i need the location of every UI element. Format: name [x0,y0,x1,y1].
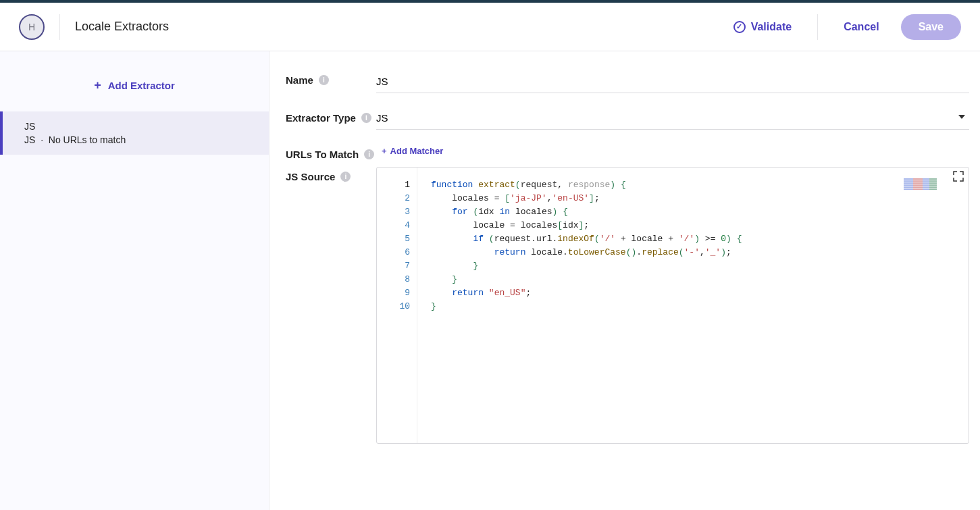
save-button[interactable]: Save [901,14,961,40]
check-circle-icon: ✓ [733,21,746,33]
sidebar: + Add Extractor JS JS · No URLs to match [0,51,269,510]
extractor-item-type: JS [24,134,35,145]
header-separator-2 [817,14,818,40]
name-input[interactable] [376,72,969,93]
form-row-name: Name i [286,72,969,93]
name-label-text: Name [286,74,313,86]
info-icon[interactable]: i [340,172,351,182]
js-source-label-text: JS Source [286,170,335,184]
name-label: Name i [286,72,376,86]
line-number: 2 [377,192,410,205]
page-title: Locale Extractors [75,20,724,34]
extractor-item-name: JS [24,121,255,132]
header-separator [59,14,60,40]
form-row-urls-to-match: URLs To Match i + Add Matcher [286,145,969,161]
urls-to-match-label-text: URLs To Match [286,147,359,161]
body: + Add Extractor JS JS · No URLs to match… [0,51,980,510]
extractor-type-label-text: Extractor Type [286,111,356,125]
content: Name i Extractor Type i URLs To Match i [269,51,980,510]
form-row-js-source: JS Source i 1 2 3 4 5 6 7 8 [286,167,969,444]
plus-icon: + [94,78,101,93]
line-number: 5 [377,232,410,246]
expand-icon[interactable] [953,171,965,183]
validate-button[interactable]: ✓ Validate [724,16,801,39]
urls-to-match-label: URLs To Match i [286,145,376,161]
info-icon[interactable]: i [364,149,374,159]
line-number: 3 [377,205,410,219]
save-label: Save [919,21,944,33]
header: H Locale Extractors ✓ Validate Cancel Sa… [0,3,980,51]
validate-label: Validate [751,21,792,33]
extractor-type-label: Extractor Type i [286,108,376,125]
add-matcher-label: Add Matcher [390,146,444,156]
name-field [376,72,969,93]
cancel-label: Cancel [844,21,879,33]
line-number: 8 [377,273,410,286]
code-lines[interactable]: function extract(request, response) { lo… [417,168,969,443]
line-number: 7 [377,259,410,273]
info-icon[interactable]: i [319,75,329,85]
avatar[interactable]: H [19,14,45,40]
add-extractor-label: Add Extractor [108,80,175,91]
line-number: 6 [377,246,410,259]
extractor-item-meta: JS · No URLs to match [24,134,255,145]
header-actions: ✓ Validate Cancel Save [724,14,961,40]
cancel-button[interactable]: Cancel [834,16,888,39]
plus-icon: + [382,146,387,156]
js-source-label: JS Source i [286,167,376,184]
code-editor[interactable]: 1 2 3 4 5 6 7 8 9 10 function extract(re… [376,167,969,444]
form-row-extractor-type: Extractor Type i [286,108,969,130]
js-source-field: 1 2 3 4 5 6 7 8 9 10 function extract(re… [376,167,969,444]
line-number: 9 [377,286,410,300]
meta-separator: · [41,134,43,145]
line-number: 10 [377,300,410,313]
extractor-type-field [376,108,969,130]
info-icon[interactable]: i [361,113,371,123]
extractor-list-item[interactable]: JS JS · No URLs to match [0,111,269,155]
line-number: 4 [377,219,410,232]
add-extractor-button[interactable]: + Add Extractor [0,72,269,111]
extractor-type-select[interactable] [376,108,969,130]
add-matcher-button[interactable]: + Add Matcher [376,145,448,157]
avatar-letter: H [28,22,35,32]
line-number: 1 [377,178,410,192]
urls-to-match-field: + Add Matcher [376,145,969,157]
extractor-item-status: No URLs to match [49,134,126,145]
code-gutter: 1 2 3 4 5 6 7 8 9 10 [377,168,417,443]
